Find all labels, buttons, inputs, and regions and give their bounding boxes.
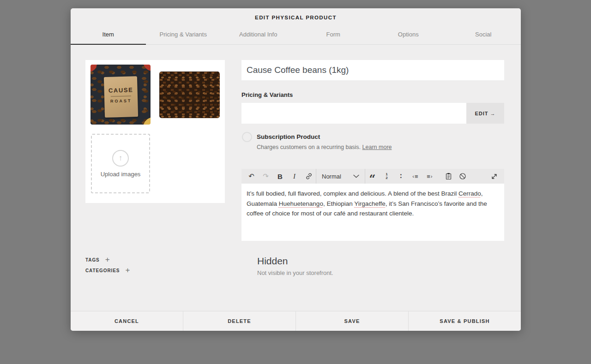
tab-item[interactable]: Item: [71, 24, 146, 44]
ordered-list-digit-2: 2: [386, 177, 387, 180]
link-button[interactable]: [302, 169, 316, 184]
delete-button[interactable]: DELETE: [183, 311, 296, 331]
indent-button[interactable]: ≡ ›: [422, 169, 437, 184]
bag-divider: [111, 95, 131, 96]
save-button[interactable]: SAVE: [296, 311, 408, 331]
upload-images-dropzone[interactable]: ↑ Upload images: [91, 134, 150, 193]
editor-toolbar: ↶ ↷ B I Normal “ 1 2: [241, 169, 504, 184]
spellcheck-word: Cerrado: [458, 190, 481, 197]
pricing-variants-row: EDIT →: [241, 103, 504, 124]
subscription-description: Charges customers on a recurring basis. …: [257, 144, 392, 150]
italic-icon: I: [293, 173, 296, 180]
ordered-list-button[interactable]: 1 2: [380, 169, 394, 184]
clear-formatting-button[interactable]: [456, 169, 470, 184]
footer-actions: CANCEL DELETE SAVE SAVE & PUBLISH: [71, 311, 521, 331]
paragraph-style-value: Normal: [322, 173, 341, 180]
add-category-button[interactable]: +: [125, 267, 130, 274]
add-tag-button[interactable]: +: [105, 257, 110, 263]
visibility-status-block[interactable]: Hidden Not visible in your storefront.: [257, 256, 333, 276]
spellcheck-word: Yirgacheffe: [354, 200, 386, 207]
tab-additional-info-label: Additional Info: [239, 31, 277, 38]
edit-pricing-button[interactable]: EDIT →: [466, 103, 504, 124]
product-image-coffee-bag[interactable]: CAUSE ROAST: [90, 65, 151, 125]
visibility-note: Not visible in your storefront.: [257, 269, 333, 276]
plus-icon: +: [125, 266, 130, 274]
undo-icon: ↶: [248, 172, 254, 180]
subscription-description-text: Charges customers on a recurring basis.: [257, 144, 362, 150]
pricing-variants-label: Pricing & Variants: [241, 91, 293, 98]
indent-chevron: ›: [431, 173, 433, 179]
description-text: It’s full bodied, full flavored, complex…: [247, 190, 458, 197]
plus-icon: +: [105, 255, 110, 264]
fullscreen-button[interactable]: [487, 169, 501, 184]
modal-title: EDIT PHYSICAL PRODUCT: [71, 8, 521, 20]
outdent-chevron: ‹: [412, 173, 414, 179]
tags-label: TAGS: [85, 257, 100, 263]
bullet-list-button[interactable]: • •: [394, 169, 408, 184]
blockquote-button[interactable]: “: [365, 169, 380, 184]
up-arrow-icon: ↑: [119, 154, 123, 163]
outdent-lines: ≡: [415, 173, 418, 180]
tab-pricing-variants-label: Pricing & Variants: [160, 31, 207, 38]
outdent-icon: ‹ ≡: [412, 173, 418, 180]
subscription-radio[interactable]: [242, 132, 252, 142]
categories-row: CATEGORIES +: [85, 267, 130, 274]
outdent-button[interactable]: ‹ ≡: [408, 169, 422, 184]
edit-physical-product-modal: EDIT PHYSICAL PRODUCT Item Pricing & Var…: [71, 8, 521, 331]
image-gallery-panel: CAUSE ROAST ↑ Upload images: [85, 60, 225, 203]
indent-icon: ≡ ›: [427, 173, 432, 180]
clear-formatting-icon: [459, 173, 466, 180]
link-icon: [305, 173, 313, 180]
undo-button[interactable]: ↶: [244, 169, 259, 184]
tab-form-label: Form: [326, 31, 340, 38]
redo-icon: ↷: [263, 172, 269, 180]
italic-button[interactable]: I: [287, 169, 302, 184]
bullet-dot: •: [400, 177, 402, 179]
bag-brand-text: CAUSE: [109, 86, 133, 94]
product-image-coffee-beans[interactable]: [159, 72, 220, 118]
upload-circle: ↑: [112, 150, 129, 167]
upload-images-label: Upload images: [101, 171, 141, 178]
description-editor[interactable]: It’s full bodied, full flavored, complex…: [241, 184, 504, 241]
paste-text-button[interactable]: [441, 169, 456, 184]
description-paragraph: It’s full bodied, full flavored, complex…: [247, 189, 499, 219]
tab-item-label: Item: [103, 31, 114, 38]
bold-icon: B: [277, 173, 283, 180]
expand-icon: [490, 173, 498, 180]
tab-options[interactable]: Options: [371, 24, 446, 44]
categories-label: CATEGORIES: [85, 268, 120, 273]
tab-form[interactable]: Form: [296, 24, 371, 44]
chevron-down-icon: [353, 174, 359, 178]
tab-pricing-variants[interactable]: Pricing & Variants: [146, 24, 221, 44]
tab-social[interactable]: Social: [446, 24, 521, 44]
active-tab-underline: [71, 44, 146, 45]
paragraph-style-dropdown[interactable]: Normal: [316, 169, 365, 184]
product-title-input[interactable]: [241, 60, 504, 80]
tab-additional-info[interactable]: Additional Info: [221, 24, 296, 44]
redo-button[interactable]: ↷: [259, 169, 273, 184]
blockquote-icon: “: [369, 177, 376, 181]
coffee-bag-graphic: CAUSE ROAST: [104, 76, 138, 118]
spellcheck-word: Huehuetenango: [279, 200, 323, 207]
learn-more-link[interactable]: Learn more: [362, 144, 392, 150]
clipboard-icon: [445, 173, 452, 180]
tab-options-label: Options: [398, 31, 419, 38]
description-text: , Ethiopian: [323, 200, 354, 207]
tab-social-label: Social: [475, 31, 491, 38]
visibility-status: Hidden: [257, 256, 333, 267]
subscription-label: Subscription Product: [257, 133, 320, 140]
tab-bar: Item Pricing & Variants Additional Info …: [71, 24, 521, 45]
indent-lines: ≡: [427, 173, 430, 180]
tags-row: TAGS +: [85, 257, 110, 263]
bag-roast-text: ROAST: [110, 98, 132, 103]
cancel-button[interactable]: CANCEL: [71, 311, 183, 331]
bullet-list-icon: • •: [400, 174, 402, 179]
bold-button[interactable]: B: [273, 169, 287, 184]
save-publish-button[interactable]: SAVE & PUBLISH: [408, 311, 521, 331]
ordered-list-icon: 1 2: [386, 173, 387, 179]
